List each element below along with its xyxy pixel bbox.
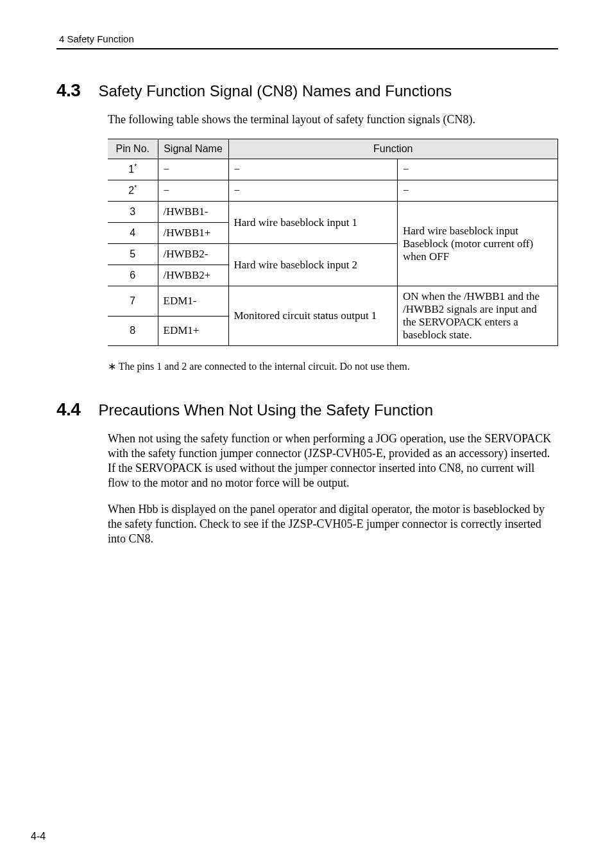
signal-cell: − xyxy=(158,159,228,180)
function-cell: Hard wire baseblock input 1 xyxy=(228,202,398,244)
section-title: Precautions When Not Using the Safety Fu… xyxy=(98,401,433,419)
pin-cell: 6 xyxy=(108,265,158,286)
pin-number: 1 xyxy=(128,164,134,175)
table-footnote: ∗ The pins 1 and 2 are connected to the … xyxy=(108,360,558,372)
function-cell: Hard wire baseblock input Baseblock (mot… xyxy=(398,202,558,286)
header-rule xyxy=(56,48,558,49)
cn8-table-wrap: Pin No. Signal Name Function 1* − − − 2*… xyxy=(108,139,558,346)
star-icon: * xyxy=(134,184,137,191)
section-4-4-para1: When not using the safety function or wh… xyxy=(108,431,558,490)
signal-cell: EDM1+ xyxy=(158,316,228,346)
section-4-3-intro: The following table shows the terminal l… xyxy=(108,112,558,127)
function-cell: Monitored circuit status output 1 xyxy=(228,286,398,346)
table-row: 2* − − − xyxy=(108,180,558,202)
star-icon: * xyxy=(134,163,137,170)
cn8-table: Pin No. Signal Name Function 1* − − − 2*… xyxy=(108,139,558,346)
pin-cell: 1* xyxy=(108,159,158,180)
pin-cell: 7 xyxy=(108,286,158,317)
table-row: 7 EDM1- Monitored circuit status output … xyxy=(108,286,558,317)
running-header: 4 Safety Function xyxy=(59,33,558,44)
section-4-3: 4.3 Safety Function Signal (CN8) Names a… xyxy=(56,80,558,372)
table-header-row: Pin No. Signal Name Function xyxy=(108,139,558,159)
col-signal: Signal Name xyxy=(158,139,228,159)
section-number: 4.4 xyxy=(56,399,80,420)
section-heading-4-3: 4.3 Safety Function Signal (CN8) Names a… xyxy=(56,80,558,101)
section-heading-4-4: 4.4 Precautions When Not Using the Safet… xyxy=(56,399,558,420)
signal-cell: EDM1- xyxy=(158,286,228,317)
signal-cell: /HWBB1+ xyxy=(158,223,228,244)
signal-cell: /HWBB1- xyxy=(158,202,228,223)
function-cell: − xyxy=(398,159,558,180)
pin-cell: 5 xyxy=(108,244,158,265)
col-function: Function xyxy=(228,139,558,159)
signal-cell: /HWBB2- xyxy=(158,244,228,265)
section-title: Safety Function Signal (CN8) Names and F… xyxy=(98,82,452,100)
page-number: 4-4 xyxy=(31,831,46,842)
table-row: 1* − − − xyxy=(108,159,558,180)
section-4-4: 4.4 Precautions When Not Using the Safet… xyxy=(56,399,558,546)
signal-cell: /HWBB2+ xyxy=(158,265,228,286)
function-cell: − xyxy=(228,159,398,180)
function-cell: ON when the /HWBB1 and the /HWBB2 signal… xyxy=(398,286,558,346)
function-cell: Hard wire baseblock input 2 xyxy=(228,244,398,286)
section-4-4-para2: When Hbb is displayed on the panel opera… xyxy=(108,502,558,546)
pin-cell: 4 xyxy=(108,223,158,244)
pin-number: 2 xyxy=(128,186,134,196)
pin-cell: 3 xyxy=(108,202,158,223)
col-pin: Pin No. xyxy=(108,139,158,159)
signal-cell: − xyxy=(158,180,228,202)
function-cell: − xyxy=(398,180,558,202)
pin-cell: 2* xyxy=(108,180,158,202)
section-number: 4.3 xyxy=(56,80,80,101)
table-row: 3 /HWBB1- Hard wire baseblock input 1 Ha… xyxy=(108,202,558,223)
pin-cell: 8 xyxy=(108,316,158,346)
function-cell: − xyxy=(228,180,398,202)
